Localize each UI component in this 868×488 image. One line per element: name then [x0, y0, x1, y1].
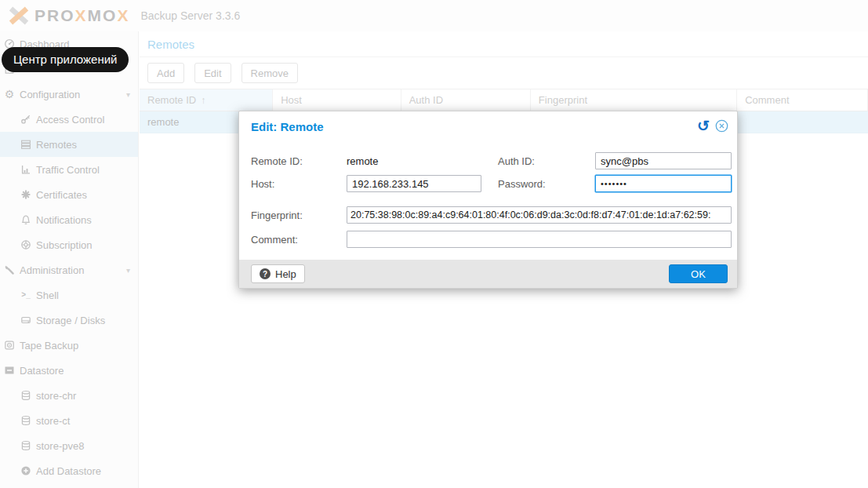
host-label: Host:	[251, 178, 274, 190]
help-label: Help	[275, 268, 296, 280]
screen: PROXMOX Backup Server 3.3.6 Dashboard⚙Co…	[0, 0, 868, 488]
reset-icon[interactable]: ↺	[697, 119, 710, 133]
auth-id-field[interactable]	[595, 152, 732, 169]
password-field[interactable]	[595, 175, 732, 192]
help-button[interactable]: ? Help	[251, 264, 305, 283]
fingerprint-field[interactable]	[347, 206, 732, 224]
dialog-title: Edit: Remote	[251, 120, 324, 133]
edit-remote-dialog: Edit: Remote ↺ Remote ID: remote Auth ID…	[238, 111, 738, 289]
comment-label: Comment:	[251, 234, 298, 246]
host-field[interactable]	[347, 175, 481, 192]
comment-field[interactable]	[347, 231, 732, 248]
fingerprint-label: Fingerprint:	[251, 209, 303, 221]
dialog-tools: ↺	[697, 119, 728, 133]
auth-id-label: Auth ID:	[498, 155, 535, 167]
remote-id-label: Remote ID:	[251, 155, 303, 167]
password-label: Password:	[498, 178, 546, 190]
dialog-footer: ? Help OK	[239, 260, 737, 288]
close-icon[interactable]	[715, 119, 728, 133]
tooltip: Центр приложений	[2, 47, 129, 72]
remote-id-value: remote	[347, 155, 378, 167]
ok-button[interactable]: OK	[669, 264, 728, 283]
help-icon: ?	[260, 268, 271, 279]
